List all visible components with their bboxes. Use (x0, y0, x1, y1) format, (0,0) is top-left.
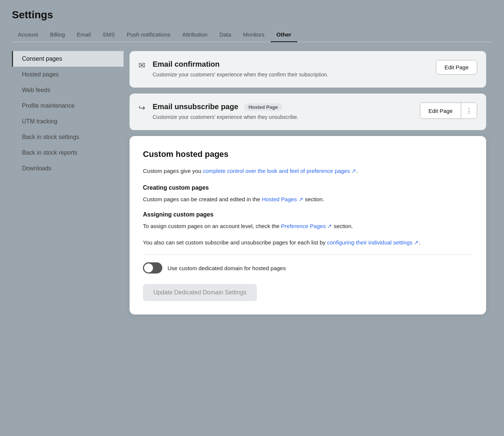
nav-email[interactable]: Email (71, 28, 97, 42)
email-unsubscribe-card: ↪ Email unsubscribe page Hosted Page Cus… (130, 94, 486, 130)
assigning-custom-text1: To assign custom pages on an account lev… (143, 222, 473, 231)
email-unsubscribe-body: Email unsubscribe page Hosted Page Custo… (153, 102, 412, 121)
sidebar-item-consent-pages[interactable]: Consent pages (12, 51, 124, 67)
custom-hosted-panel: Custom hosted pages Custom pages give yo… (130, 136, 486, 315)
page-title: Settings (12, 9, 492, 21)
top-nav: Account Billing Email SMS Push notificat… (12, 28, 492, 42)
nav-data[interactable]: Data (213, 28, 237, 42)
email-icon: ✉ (138, 61, 145, 70)
edit-page-button-unsubscribe[interactable]: Edit Page (420, 103, 461, 119)
edit-page-button-group: Edit Page ⋮ (420, 102, 477, 119)
toggle-label: Use custom dedicated domain for hosted p… (168, 265, 286, 271)
sidebar-item-profile-maintenance[interactable]: Profile maintenance (12, 98, 124, 114)
sidebar: Consent pages Hosted pages Web feeds Pro… (12, 42, 124, 323)
more-options-button[interactable]: ⋮ (461, 103, 477, 119)
email-confirmation-card: ✉ Email confirmation Customize your cust… (130, 51, 486, 88)
edit-page-button-confirmation[interactable]: Edit Page (436, 60, 477, 75)
nav-attribution[interactable]: Attribution (176, 28, 214, 42)
creating-custom-heading: Creating custom pages (143, 184, 473, 191)
custom-hosted-intro: Custom pages give you complete control o… (143, 167, 473, 176)
email-confirmation-actions: Edit Page (436, 60, 477, 75)
nav-billing[interactable]: Billing (44, 28, 71, 42)
individual-settings-link[interactable]: configuring their individual settings ↗ (327, 239, 419, 246)
email-unsubscribe-title: Email unsubscribe page Hosted Page (153, 102, 412, 111)
nav-account[interactable]: Account (12, 28, 44, 42)
preference-pages-link[interactable]: Preference Pages ↗ (281, 223, 332, 229)
creating-custom-text: Custom pages can be created and edited i… (143, 195, 473, 204)
custom-domain-toggle[interactable] (143, 262, 162, 274)
sidebar-item-hosted-pages[interactable]: Hosted pages (12, 67, 124, 82)
update-domain-button[interactable]: Update Dedicated Domain Settings (143, 284, 257, 301)
sidebar-item-downloads[interactable]: Downloads (12, 161, 124, 176)
sidebar-item-back-in-stock-settings[interactable]: Back in stock settings (12, 129, 124, 145)
email-confirmation-title: Email confirmation (153, 60, 428, 69)
hosted-page-badge: Hosted Page (244, 103, 283, 111)
hosted-pages-link[interactable]: Hosted Pages ↗ (262, 196, 303, 202)
nav-sms[interactable]: SMS (97, 28, 121, 42)
sidebar-item-back-in-stock-reports[interactable]: Back in stock reports (12, 145, 124, 161)
assigning-custom-text2: You also can set custom subscribe and un… (143, 238, 473, 247)
email-confirmation-desc: Customize your customers' experience whe… (153, 71, 428, 79)
nav-push[interactable]: Push notifications (121, 28, 176, 42)
unsubscribe-icon: ↪ (138, 103, 145, 113)
divider (143, 255, 473, 255)
custom-hosted-title: Custom hosted pages (143, 149, 473, 159)
email-unsubscribe-actions: Edit Page ⋮ (420, 102, 477, 119)
nav-monitors[interactable]: Monitors (237, 28, 271, 42)
assigning-custom-heading: Assigning custom pages (143, 211, 473, 218)
sidebar-item-web-feeds[interactable]: Web feeds (12, 82, 124, 98)
email-unsubscribe-desc: Customize your customers' experience whe… (153, 113, 412, 121)
main-content: ✉ Email confirmation Customize your cust… (124, 42, 492, 323)
toggle-row: Use custom dedicated domain for hosted p… (143, 262, 473, 274)
email-confirmation-body: Email confirmation Customize your custom… (153, 60, 428, 79)
sidebar-item-utm-tracking[interactable]: UTM tracking (12, 114, 124, 129)
preference-pages-link-intro[interactable]: complete control over the look and feel … (203, 168, 356, 174)
nav-other[interactable]: Other (271, 28, 297, 42)
